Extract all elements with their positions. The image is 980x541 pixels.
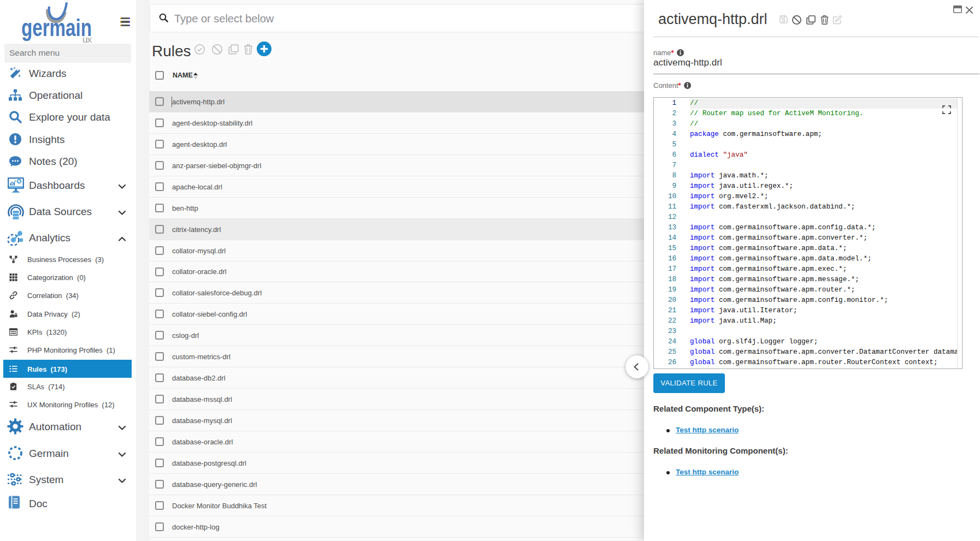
svg-text:germain: germain	[21, 14, 92, 41]
svg-text:ux: ux	[82, 34, 92, 44]
